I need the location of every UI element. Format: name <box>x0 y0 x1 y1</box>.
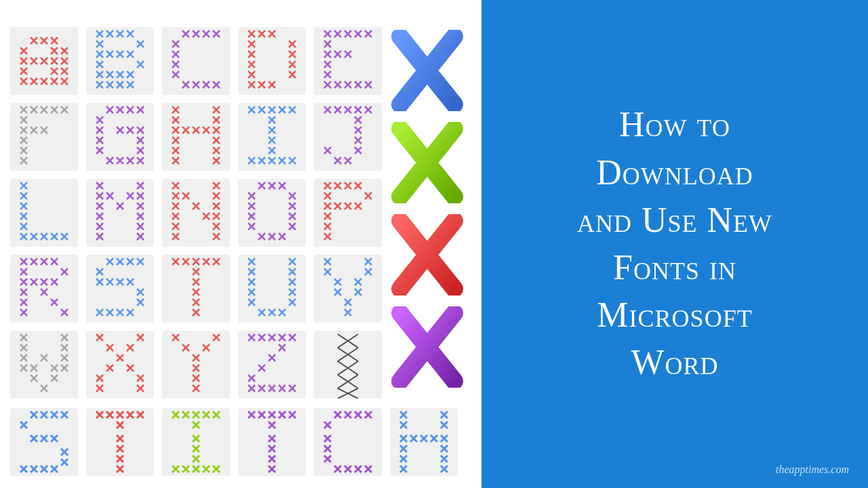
letter-L <box>7 176 81 250</box>
stitch-c <box>311 405 385 479</box>
letter-S <box>83 251 157 326</box>
left-panel <box>0 0 481 488</box>
letter-C <box>159 24 233 98</box>
title-line5: Microsoft <box>597 296 752 334</box>
letter-Z <box>235 327 309 402</box>
letter-W <box>7 327 81 402</box>
letter-small-x <box>311 327 385 402</box>
letter-E <box>311 24 385 98</box>
title-line4: Fonts in <box>613 248 736 287</box>
big-x-purple <box>387 304 468 390</box>
source-attribution: theapptimes.com <box>776 464 849 476</box>
letter-R <box>7 251 81 326</box>
big-x-green <box>387 119 468 206</box>
letter-U <box>235 251 309 326</box>
letter-T <box>159 251 233 326</box>
letter-O <box>235 176 309 250</box>
letter-D <box>235 24 309 98</box>
title-line3: and Use New <box>577 201 772 239</box>
stitch-i <box>159 405 233 479</box>
letter-H <box>159 100 233 174</box>
letter-X2 <box>83 327 157 402</box>
stitch-s <box>7 405 81 479</box>
title-line1: How to <box>619 105 730 144</box>
letter-M <box>83 176 157 250</box>
letter-P <box>311 176 385 250</box>
letter-B <box>83 24 157 98</box>
letter-J <box>311 100 385 174</box>
stitch-t2 <box>235 405 309 479</box>
big-x-blue <box>387 27 468 114</box>
letter-F <box>7 100 81 174</box>
letter-V <box>311 251 385 326</box>
main-title: How to Download and Use New Fonts in Mic… <box>577 101 772 386</box>
title-line2: Download <box>596 153 753 192</box>
letter-Y <box>159 327 233 402</box>
letter-N <box>159 176 233 250</box>
stitch-h <box>387 405 461 479</box>
letter-I <box>235 100 309 174</box>
letter-A <box>7 24 81 98</box>
title-line6: Word <box>631 343 718 382</box>
stitch-t <box>83 405 157 479</box>
right-panel: How to Download and Use New Fonts in Mic… <box>481 0 868 488</box>
letter-G <box>83 100 157 174</box>
big-x-red <box>387 211 468 298</box>
